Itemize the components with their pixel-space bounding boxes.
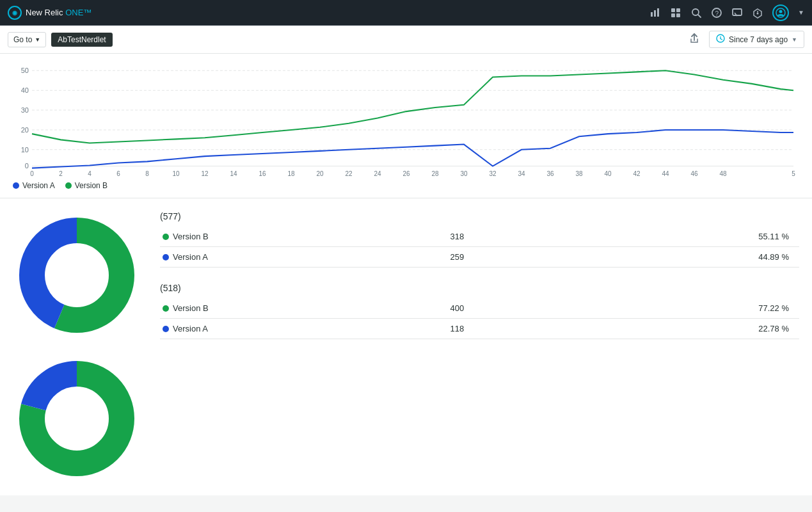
nr-logo-icon: ◉ [8, 6, 22, 20]
stats-row-2-a: Version A 118 22.78 % [160, 319, 799, 339]
svg-point-16 [779, 10, 783, 13]
stats-row-2-b: Version B 400 77.22 % [160, 298, 799, 319]
stats-row-1-b: Version B 318 55.11 % [160, 227, 799, 247]
stats-label-cell-a: Version A [160, 247, 447, 268]
svg-text:34: 34 [518, 170, 525, 176]
stats-count-a-2: 118 [447, 319, 555, 339]
svg-text:10: 10 [172, 170, 179, 176]
svg-rect-0 [651, 12, 653, 17]
stats-total-1: (577) [160, 211, 799, 227]
user-menu-chevron[interactable]: ▼ [798, 9, 804, 16]
stats-dot-b-1 [163, 234, 169, 240]
goto-button[interactable]: Go to ▼ [8, 32, 46, 47]
stats-total-2: (518) [160, 283, 799, 298]
svg-text:32: 32 [489, 170, 496, 176]
svg-text:6: 6 [116, 170, 120, 176]
nr-logo: ◉ New Relic ONE™ [8, 6, 92, 20]
time-picker[interactable]: Since 7 days ago ▼ [709, 31, 804, 48]
toolbar-left: Go to ▼ AbTestNerdlet [8, 32, 113, 47]
svg-text:0: 0 [30, 170, 34, 176]
stats-dot-a-1 [163, 254, 169, 260]
svg-line-8 [698, 15, 701, 17]
svg-text:40: 40 [21, 86, 29, 94]
svg-text:22: 22 [345, 170, 352, 176]
top-nav-icons: ? ▼ [649, 4, 804, 21]
legend-label-version-a: Version A [22, 181, 55, 190]
svg-point-63 [51, 393, 102, 444]
goto-label: Go to [13, 35, 32, 44]
chart-bar-icon[interactable] [649, 7, 661, 19]
stats-count-b-2: 400 [447, 298, 555, 319]
svg-text:5: 5 [792, 170, 795, 176]
svg-text:8: 8 [145, 170, 149, 176]
toolbar-right: Since 7 days ago ▼ [686, 30, 804, 49]
stats-count-a-1: 259 [447, 247, 555, 268]
svg-text:38: 38 [575, 170, 582, 176]
donut-chart-2 [13, 355, 141, 483]
svg-rect-5 [671, 13, 675, 17]
share-button[interactable] [686, 30, 703, 49]
svg-text:0: 0 [25, 162, 29, 170]
svg-text:36: 36 [546, 170, 553, 176]
svg-rect-11 [733, 9, 742, 15]
stats-panel-2: (518) Version B 400 77.22 % [160, 283, 799, 339]
top-nav-left: ◉ New Relic ONE™ [8, 6, 92, 20]
svg-point-60 [51, 250, 102, 301]
svg-text:26: 26 [402, 170, 410, 176]
stats-row-1-a: Version A 259 44.89 % [160, 247, 799, 268]
legend-dot-version-a [13, 182, 19, 189]
svg-point-13 [757, 12, 759, 14]
user-avatar[interactable] [772, 4, 789, 21]
svg-text:44: 44 [662, 170, 669, 176]
goto-chevron-icon: ▼ [35, 36, 40, 43]
nerdlet-badge: AbTestNerdlet [51, 33, 112, 47]
announcements-icon[interactable] [752, 7, 763, 19]
svg-text:2: 2 [59, 170, 63, 176]
svg-text:48: 48 [719, 170, 726, 176]
stats-dot-b-2 [163, 305, 169, 312]
svg-text:42: 42 [633, 170, 640, 176]
svg-text:14: 14 [230, 170, 237, 176]
clock-icon [716, 34, 725, 45]
donut-section [13, 211, 141, 483]
svg-rect-1 [654, 10, 656, 17]
app-title: New Relic ONE™ [26, 8, 92, 17]
svg-text:4: 4 [88, 170, 92, 176]
stats-count-b-1: 318 [447, 227, 555, 247]
stats-table-2: Version B 400 77.22 % Version A [160, 298, 799, 339]
toolbar: Go to ▼ AbTestNerdlet Since 7 days ago ▼ [0, 26, 812, 54]
legend-dot-version-b [65, 182, 72, 189]
time-picker-label: Since 7 days ago [729, 35, 788, 44]
svg-rect-3 [671, 8, 675, 12]
legend-item-version-b: Version B [65, 181, 107, 190]
donut-chart-1 [13, 211, 141, 339]
stats-label-b-2: Version B [173, 303, 209, 313]
main-content: 50 40 30 20 10 0 0 2 4 6 8 10 12 14 16 [0, 54, 812, 495]
help-icon[interactable]: ? [711, 7, 722, 19]
stats-label-a-2: Version A [173, 324, 208, 333]
svg-rect-6 [676, 13, 680, 17]
svg-text:20: 20 [21, 126, 29, 134]
bottom-panels: (577) Version B 318 55.11 % [0, 198, 812, 495]
stats-label-a-1: Version A [173, 252, 208, 262]
stats-dot-a-2 [163, 326, 169, 332]
svg-text:?: ? [715, 10, 719, 17]
svg-text:10: 10 [21, 146, 29, 154]
stats-label-cell: Version B [160, 227, 447, 247]
line-chart: 50 40 30 20 10 0 0 2 4 6 8 10 12 14 16 [13, 64, 799, 176]
stats-table-1: Version B 318 55.11 % Version A [160, 227, 799, 268]
svg-text:28: 28 [431, 170, 438, 176]
stats-label-b-1: Version B [173, 232, 209, 241]
legend-label-version-b: Version B [75, 181, 107, 190]
svg-text:30: 30 [21, 106, 29, 114]
search-icon[interactable] [690, 7, 702, 19]
svg-text:24: 24 [374, 170, 381, 176]
time-picker-chevron: ▼ [792, 36, 797, 43]
feedback-icon[interactable] [731, 7, 743, 19]
stats-panel-1: (577) Version B 318 55.11 % [160, 211, 799, 268]
stats-percent-a-1: 44.89 % [555, 247, 799, 268]
apps-grid-icon[interactable] [670, 7, 681, 19]
legend-item-version-a: Version A [13, 181, 55, 190]
stats-label-cell-2b: Version B [160, 298, 447, 319]
svg-line-19 [720, 39, 722, 40]
